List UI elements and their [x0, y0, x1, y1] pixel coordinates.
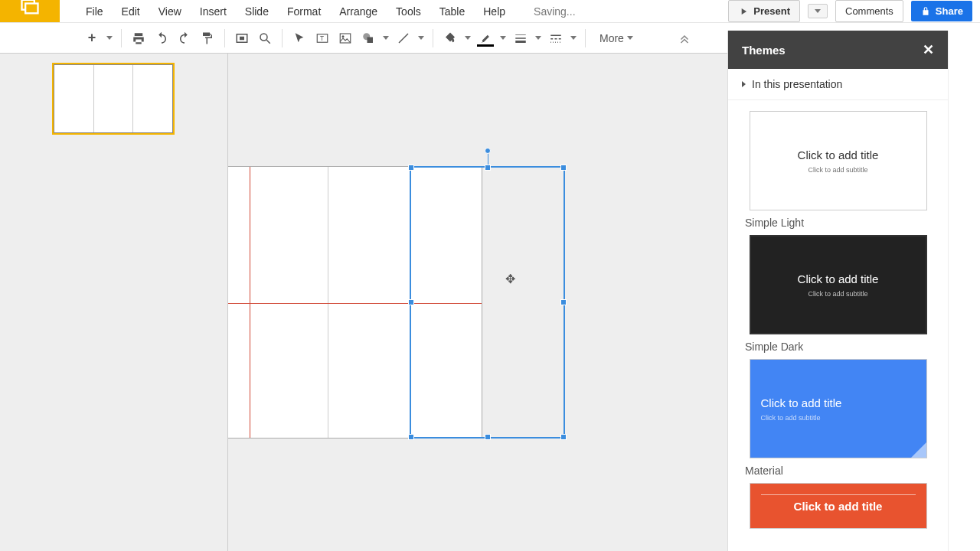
redo-icon: [178, 31, 191, 45]
shape-tool[interactable]: [358, 28, 379, 49]
paint-bucket-icon: [443, 31, 457, 45]
print-icon: [132, 31, 145, 45]
fill-color-button[interactable]: [439, 28, 461, 49]
share-button[interactable]: Share: [911, 1, 972, 21]
theme-preview-subtitle: Click to add subtitle: [808, 290, 867, 298]
chevron-down-icon: [815, 9, 821, 13]
svg-line-5: [266, 40, 270, 44]
resize-handle-n[interactable]: [485, 165, 491, 171]
menu-arrange[interactable]: Arrange: [330, 1, 387, 22]
theme-preview-title: Click to add title: [798, 148, 879, 161]
menu-table[interactable]: Table: [430, 1, 474, 22]
lock-icon: [920, 6, 931, 17]
resize-handle-s[interactable]: [485, 434, 491, 440]
resize-handle-sw[interactable]: [408, 434, 414, 440]
theme-preview-title: Click to add title: [794, 500, 883, 513]
collapse-toolbar-button[interactable]: [674, 28, 695, 49]
print-button[interactable]: [128, 28, 149, 49]
line-icon: [397, 31, 410, 45]
image-tool[interactable]: [335, 28, 356, 49]
new-slide-button[interactable]: +: [81, 28, 103, 49]
theme-label: Simple Light: [745, 217, 934, 229]
chevron-right-icon: [742, 81, 746, 87]
close-icon[interactable]: ✕: [923, 41, 934, 58]
new-slide-dropdown[interactable]: [104, 28, 115, 49]
line-dash-button[interactable]: [545, 28, 567, 49]
zoom-icon: [258, 31, 272, 45]
themes-section-header[interactable]: In this presentation: [728, 69, 948, 100]
svg-rect-3: [240, 36, 244, 40]
svg-line-12: [399, 34, 408, 43]
line-color-button[interactable]: [475, 28, 496, 49]
theme-label: Material: [745, 465, 934, 477]
theme-simple-light[interactable]: Click to add title Click to add subtitle: [750, 111, 927, 210]
menu-file[interactable]: File: [77, 1, 113, 22]
line-dash-icon: [549, 31, 563, 45]
resize-handle-ne[interactable]: [560, 165, 567, 171]
undo-button[interactable]: [151, 28, 172, 49]
fit-button[interactable]: [231, 28, 253, 49]
selected-shape[interactable]: [410, 166, 565, 439]
menu-help[interactable]: Help: [474, 1, 514, 22]
paint-format-button[interactable]: [197, 28, 218, 49]
fill-dropdown[interactable]: [462, 28, 473, 49]
shape-icon: [361, 31, 375, 45]
filmstrip: 1: [0, 54, 228, 551]
svg-point-9: [342, 35, 345, 37]
line-tool[interactable]: [393, 28, 414, 49]
theme-swiss[interactable]: Click to add title: [750, 483, 927, 529]
theme-label: Simple Dark: [745, 341, 934, 353]
undo-icon: [155, 31, 168, 45]
image-icon: [338, 31, 352, 45]
chevron-down-icon: [535, 36, 541, 40]
menu-edit[interactable]: Edit: [113, 1, 149, 22]
textbox-tool[interactable]: T: [312, 28, 333, 49]
pencil-icon: [479, 33, 492, 44]
present-label: Present: [753, 5, 790, 17]
shape-dropdown[interactable]: [381, 28, 391, 49]
slide-thumbnail-1[interactable]: [54, 64, 173, 133]
chevron-down-icon: [500, 36, 506, 40]
menu-format[interactable]: Format: [278, 1, 330, 22]
resize-handle-e[interactable]: [560, 299, 567, 305]
save-status: Saving...: [534, 5, 575, 18]
resize-handle-w[interactable]: [408, 299, 414, 305]
paint-roller-icon: [201, 31, 214, 45]
menubar: File Edit View Insert Slide Format Arran…: [0, 0, 980, 23]
theme-material[interactable]: Click to add title Click to add subtitle: [750, 359, 927, 458]
svg-point-4: [260, 34, 267, 41]
vertical-guide: [250, 167, 250, 438]
more-label: More: [599, 32, 624, 44]
resize-handle-se[interactable]: [560, 434, 567, 440]
theme-preview-title: Click to add title: [798, 272, 879, 285]
present-dropdown[interactable]: [808, 4, 828, 18]
lineweight-dropdown[interactable]: [533, 28, 544, 49]
linedash-dropdown[interactable]: [568, 28, 579, 49]
menu-insert[interactable]: Insert: [191, 1, 236, 22]
zoom-button[interactable]: [254, 28, 276, 49]
theme-preview-subtitle: Click to add subtitle: [808, 166, 867, 174]
menu-slide[interactable]: Slide: [236, 1, 278, 22]
comments-button[interactable]: Comments: [835, 0, 903, 22]
theme-simple-dark[interactable]: Click to add title Click to add subtitle: [750, 235, 927, 334]
chevron-down-icon: [570, 36, 577, 40]
fit-icon: [235, 31, 249, 45]
select-tool[interactable]: [289, 28, 310, 49]
right-gutter: [948, 31, 980, 551]
present-button[interactable]: Present: [728, 0, 800, 22]
rotate-handle[interactable]: [485, 148, 491, 154]
themes-section-label: In this presentation: [752, 78, 842, 90]
resize-handle-nw[interactable]: [408, 165, 414, 171]
line-weight-button[interactable]: [510, 28, 531, 49]
redo-button[interactable]: [174, 28, 195, 49]
line-dropdown[interactable]: [416, 28, 426, 49]
menu-view[interactable]: View: [149, 1, 191, 22]
linecolor-dropdown[interactable]: [498, 28, 508, 49]
more-button[interactable]: More: [592, 32, 641, 44]
move-cursor-icon: ✥: [505, 272, 515, 286]
textbox-icon: T: [315, 31, 329, 45]
themes-title: Themes: [742, 44, 786, 57]
menu-tools[interactable]: Tools: [387, 1, 430, 22]
chevron-down-icon: [383, 36, 389, 40]
chevron-down-icon: [627, 36, 633, 40]
